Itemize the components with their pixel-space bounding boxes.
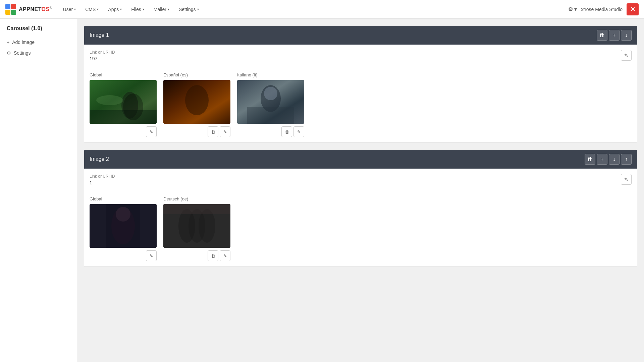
svg-rect-6	[90, 110, 157, 124]
image-2-delete-button[interactable]: 🗑	[585, 154, 595, 165]
nav-item-user[interactable]: User ▾	[59, 5, 80, 14]
image-1-body: Link or URI ID 197 ✎ Global	[84, 45, 637, 142]
image-1-global-label: Global	[90, 72, 157, 77]
sidebar-title: Carousel (1.0)	[0, 25, 77, 37]
image-2-link-section: Link or URI ID 1 ✎	[90, 174, 632, 191]
nav-item-cms[interactable]: CMS ▾	[81, 5, 103, 14]
navbar: APPNETOS® User ▾ CMS ▾ Apps ▾ Files ▾	[0, 0, 644, 19]
gear-icon[interactable]: ⚙ ▾	[568, 6, 577, 12]
image-1-it-svg	[237, 80, 304, 124]
apps-caret-icon: ▾	[120, 7, 122, 11]
image-2-global-edit-button[interactable]: ✎	[146, 250, 157, 261]
image-2-add-button[interactable]: +	[597, 154, 607, 165]
main-content: Image 1 🗑 + ↓ Link or URI ID 197 ✎	[77, 19, 644, 362]
nav-link-files[interactable]: Files ▾	[127, 5, 148, 14]
image-2-de-photo	[163, 204, 230, 248]
nav-link-apps[interactable]: Apps ▾	[104, 5, 126, 14]
nav-item-mailer[interactable]: Mailer ▾	[150, 5, 173, 14]
nav-item-files[interactable]: Files ▾	[127, 5, 148, 14]
image-1-header: Image 1 🗑 + ↓	[84, 26, 637, 45]
svg-rect-4	[90, 80, 157, 124]
nav-link-settings[interactable]: Settings ▾	[175, 5, 203, 14]
files-caret-icon: ▾	[143, 7, 144, 11]
settings-label: Settings	[14, 50, 31, 56]
image-1-down-button[interactable]: ↓	[621, 30, 632, 41]
image-2-global-actions: ✎	[90, 250, 157, 261]
sidebar-item-add-image[interactable]: + Add image	[0, 37, 77, 48]
image-1-it-edit-button[interactable]: ✎	[293, 126, 304, 137]
layout: Carousel (1.0) + Add image ⚙ Settings Im…	[0, 19, 644, 362]
image-1-link-value: 197	[90, 56, 115, 61]
svg-point-7	[96, 95, 123, 105]
nav-link-mailer[interactable]: Mailer ▾	[150, 5, 173, 14]
nav-item-settings[interactable]: Settings ▾	[175, 5, 203, 14]
image-2-de-label: Deutsch (de)	[163, 196, 230, 201]
svg-rect-0	[5, 4, 10, 9]
image-1-global-actions: ✎	[90, 126, 157, 137]
image-2-de-delete-button[interactable]: 🗑	[208, 250, 218, 261]
image-2-locales-row: Global ✎	[90, 196, 632, 261]
brand-logo-icon	[5, 4, 16, 15]
image-2-link-info: Link or URI ID 1	[90, 174, 115, 185]
image-1-global-col: Global	[90, 72, 157, 137]
image-1-link-section: Link or URI ID 197 ✎	[90, 50, 632, 67]
svg-rect-3	[11, 10, 16, 15]
image-2-global-col: Global ✎	[90, 196, 157, 261]
cms-caret-icon: ▾	[97, 7, 99, 11]
svg-point-9	[185, 85, 209, 115]
image-1-es-delete-button[interactable]: 🗑	[208, 126, 218, 137]
image-1-card: Image 1 🗑 + ↓ Link or URI ID 197 ✎	[84, 25, 637, 143]
image-1-es-label: Español (es)	[163, 72, 230, 77]
image-1-it-actions: 🗑 ✎	[237, 126, 304, 137]
mailer-caret-icon: ▾	[168, 7, 169, 11]
image-1-title: Image 1	[90, 32, 109, 38]
image-2-header-actions: 🗑 + ↓ ↑	[585, 154, 632, 165]
image-2-title: Image 2	[90, 156, 109, 162]
image-2-link-edit-button[interactable]: ✎	[621, 174, 632, 185]
svg-point-5	[121, 92, 138, 119]
image-2-global-svg	[90, 204, 157, 248]
brand-logo-link[interactable]: APPNETOS®	[5, 4, 52, 15]
user-caret-icon: ▾	[74, 7, 76, 11]
image-2-header: Image 2 🗑 + ↓ ↑	[84, 150, 637, 169]
nav-link-cms[interactable]: CMS ▾	[81, 5, 103, 14]
image-2-de-actions: 🗑 ✎	[163, 250, 230, 261]
svg-rect-2	[5, 10, 10, 15]
close-button[interactable]: ✕	[627, 3, 639, 15]
image-1-es-svg	[163, 80, 230, 124]
navbar-right: ⚙ ▾ xtrose Media Studio ✕	[568, 3, 639, 15]
image-2-card: Image 2 🗑 + ↓ ↑ Link or URI ID 1 ✎	[84, 149, 637, 267]
add-image-label: Add image	[12, 40, 35, 45]
image-1-header-actions: 🗑 + ↓	[597, 30, 632, 41]
nav-item-apps[interactable]: Apps ▾	[104, 5, 126, 14]
sidebar-item-settings[interactable]: ⚙ Settings	[0, 48, 77, 58]
studio-name[interactable]: xtrose Media Studio	[581, 7, 623, 12]
image-2-down-button[interactable]: ↓	[609, 154, 620, 165]
svg-rect-14	[247, 107, 294, 124]
brand-name: APPNETOS®	[19, 6, 52, 12]
svg-rect-1	[11, 4, 16, 9]
image-1-link-edit-button[interactable]: ✎	[621, 50, 632, 61]
image-1-locales-row: Global	[90, 72, 632, 137]
image-1-es-col: Español (es)	[163, 72, 230, 137]
image-1-global-svg	[90, 80, 157, 124]
image-1-es-photo	[163, 80, 230, 124]
image-1-delete-button[interactable]: 🗑	[597, 30, 607, 41]
svg-point-19	[116, 207, 130, 222]
sidebar: Carousel (1.0) + Add image ⚙ Settings	[0, 19, 77, 362]
image-1-add-button[interactable]: +	[609, 30, 620, 41]
image-1-global-edit-button[interactable]: ✎	[146, 126, 157, 137]
image-1-it-delete-button[interactable]: 🗑	[281, 126, 292, 137]
image-1-it-col: Italiano (it)	[237, 72, 304, 137]
settings-gear-icon: ⚙	[7, 50, 11, 56]
nav-menu: User ▾ CMS ▾ Apps ▾ Files ▾ Mailer	[59, 5, 203, 14]
nav-link-user[interactable]: User ▾	[59, 5, 80, 14]
image-1-link-info: Link or URI ID 197	[90, 50, 115, 61]
image-2-de-edit-button[interactable]: ✎	[220, 250, 230, 261]
gear-caret-icon: ▾	[574, 6, 577, 12]
image-1-es-edit-button[interactable]: ✎	[220, 126, 230, 137]
image-2-de-svg	[163, 204, 230, 248]
image-2-de-col: Deutsch (de) 🗑 ✎	[163, 196, 230, 261]
image-1-link-label: Link or URI ID	[90, 50, 115, 55]
image-2-up-button[interactable]: ↑	[621, 154, 632, 165]
